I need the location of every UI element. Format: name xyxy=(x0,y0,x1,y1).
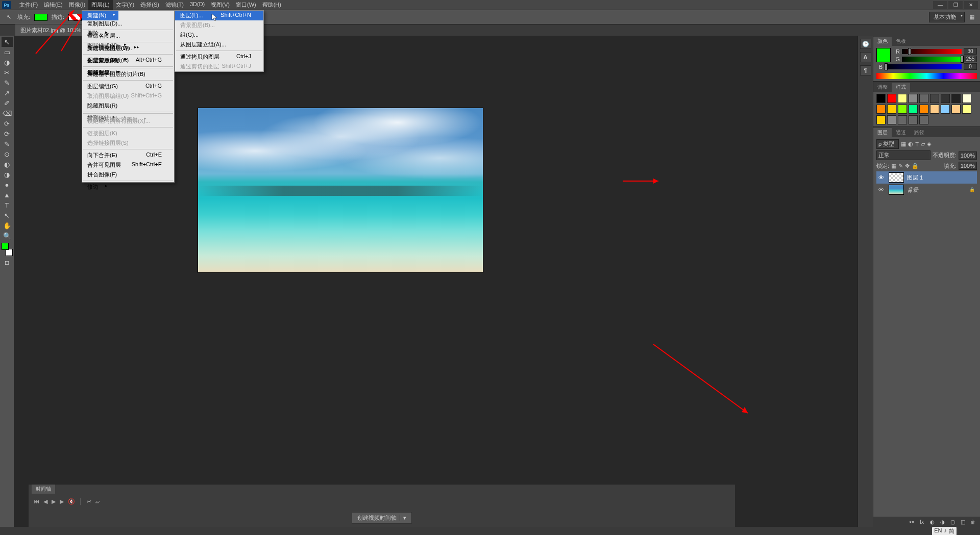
visibility-icon[interactable]: 👁 xyxy=(878,174,886,181)
style-swatch[interactable] xyxy=(919,115,928,124)
tool-17[interactable]: ↖ xyxy=(2,210,13,220)
tool-16[interactable]: T xyxy=(2,200,13,210)
menu-文件[interactable]: 文件(F) xyxy=(16,0,41,10)
menu-item[interactable]: 从图层建立组(A)... xyxy=(175,40,263,49)
timeline-first-icon[interactable]: ⏮ xyxy=(34,498,39,504)
menu-图层[interactable]: 图层(L) xyxy=(88,0,112,10)
swatches-tab[interactable]: 色板 xyxy=(892,37,910,46)
layer-name[interactable]: 背景 xyxy=(907,186,918,194)
tool-11[interactable]: ⊙ xyxy=(2,149,13,159)
foreground-color-swatch[interactable] xyxy=(876,48,891,62)
layer-row[interactable]: 👁图层 1 xyxy=(876,171,977,184)
menu-item[interactable]: 新建基于图层的切片(B) xyxy=(82,69,174,79)
layer-row[interactable]: 👁背景🔒 xyxy=(876,184,977,196)
tool-3[interactable]: ✂ xyxy=(2,67,13,78)
style-swatch[interactable] xyxy=(909,105,918,114)
menu-item[interactable]: 重命名图层... xyxy=(82,31,174,41)
adjustments-tab[interactable]: 调整 xyxy=(873,83,892,92)
style-swatch[interactable] xyxy=(930,94,939,103)
menu-item[interactable]: 图层编组(G)Ctrl+G xyxy=(82,82,174,91)
b-slider[interactable] xyxy=(885,64,962,69)
filter-kind-dropdown[interactable]: ρ 类型 xyxy=(876,139,899,149)
new-layer-icon[interactable]: ◫ xyxy=(959,518,967,525)
ime-indicator[interactable]: EN ♪ 简 xyxy=(932,527,957,536)
menu-item[interactable]: 合并可见图层Shift+Ctrl+E xyxy=(82,160,174,170)
lock-transparency-icon[interactable]: ▦ xyxy=(891,163,896,169)
layers-tab[interactable]: 图层 xyxy=(873,128,892,137)
fill-value[interactable]: 100% xyxy=(959,162,977,170)
tool-10[interactable]: ✎ xyxy=(2,139,13,149)
style-swatch[interactable] xyxy=(898,105,907,114)
style-swatch[interactable] xyxy=(919,105,928,114)
tool-preset-icon[interactable]: ↖ xyxy=(4,13,13,22)
style-swatch[interactable] xyxy=(951,105,961,114)
tool-18[interactable]: ✋ xyxy=(2,220,13,231)
color-tab[interactable]: 颜色 xyxy=(873,37,892,46)
menu-文字[interactable]: 文字(Y) xyxy=(113,0,138,10)
menu-item[interactable]: Copy CSS xyxy=(82,11,174,19)
minimize-button[interactable]: — xyxy=(933,1,947,9)
style-swatch[interactable] xyxy=(919,94,928,103)
chevron-down-icon[interactable]: ▾ xyxy=(400,515,406,521)
layer-name[interactable]: 图层 1 xyxy=(907,174,923,182)
visibility-icon[interactable]: 👁 xyxy=(878,187,886,193)
tool-19[interactable]: 🔍 xyxy=(2,231,13,241)
g-slider[interactable] xyxy=(902,57,962,62)
styles-tab[interactable]: 样式 xyxy=(892,83,910,92)
close-button[interactable]: ✕ xyxy=(964,1,978,9)
style-swatch[interactable] xyxy=(887,115,896,124)
g-value[interactable]: 255 xyxy=(964,56,977,62)
tool-0[interactable]: ↖ xyxy=(2,37,13,47)
tool-4[interactable]: ✎ xyxy=(2,78,13,88)
menu-item[interactable]: 向下合并(E)Ctrl+E xyxy=(82,150,174,160)
menu-item[interactable]: 隐藏图层(R) xyxy=(82,101,174,111)
tool-7[interactable]: ⌫ xyxy=(2,108,13,118)
opacity-value[interactable]: 100% xyxy=(959,151,977,160)
tool-12[interactable]: ◐ xyxy=(2,159,13,169)
link-layers-icon[interactable]: ⚯ xyxy=(908,518,916,525)
filter-pixel-icon[interactable]: ▦ xyxy=(901,141,906,147)
paths-tab[interactable]: 路径 xyxy=(910,128,928,137)
style-swatch[interactable] xyxy=(962,105,971,114)
blend-mode-dropdown[interactable]: 正常 xyxy=(876,150,930,160)
tool-9[interactable]: ⟳ xyxy=(2,129,13,139)
workspace-preset-dropdown[interactable]: 基本功能 xyxy=(929,12,965,22)
style-swatch[interactable] xyxy=(898,94,907,103)
menu-item[interactable]: 组(G)... xyxy=(175,30,263,40)
menu-3d[interactable]: 3D(D) xyxy=(187,0,208,10)
search-icon[interactable]: ▦ xyxy=(968,14,976,20)
style-swatch[interactable] xyxy=(876,94,886,103)
tool-14[interactable]: ● xyxy=(2,180,13,190)
menu-item[interactable]: 通过拷贝的图层Ctrl+J xyxy=(175,52,263,62)
r-value[interactable]: 30 xyxy=(964,48,977,55)
tool-15[interactable]: ▲ xyxy=(2,190,13,200)
style-swatch[interactable] xyxy=(887,94,896,103)
paragraph-panel-icon[interactable]: ¶ xyxy=(860,65,871,75)
fill-swatch[interactable] xyxy=(34,14,47,21)
menu-item[interactable]: 拼合图像(F) xyxy=(82,170,174,180)
menu-选择[interactable]: 选择(S) xyxy=(137,0,162,10)
b-value[interactable]: 0 xyxy=(964,63,977,70)
channels-tab[interactable]: 通道 xyxy=(892,128,910,137)
tool-8[interactable]: ⟳ xyxy=(2,118,13,129)
lock-all-icon[interactable]: 🔒 xyxy=(912,163,919,169)
style-swatch[interactable] xyxy=(876,115,886,124)
create-video-timeline-button[interactable]: 创建视频时间轴▾ xyxy=(352,512,412,524)
layer-group-icon[interactable]: ▢ xyxy=(948,518,957,525)
menu-视图[interactable]: 视图(V) xyxy=(208,0,233,10)
style-swatch[interactable] xyxy=(951,94,961,103)
menu-窗口[interactable]: 窗口(W) xyxy=(233,0,259,10)
filter-shape-icon[interactable]: ▱ xyxy=(921,141,925,147)
style-swatch[interactable] xyxy=(962,94,971,103)
menu-帮助[interactable]: 帮助(H) xyxy=(259,0,284,10)
adjustment-layer-icon[interactable]: ◑ xyxy=(938,518,946,525)
character-panel-icon[interactable]: A xyxy=(860,52,871,62)
timeline-cut-icon[interactable]: ✂ xyxy=(87,498,91,505)
layer-thumbnail[interactable] xyxy=(889,185,904,195)
timeline-transition-icon[interactable]: ▱ xyxy=(95,498,100,505)
timeline-play-icon[interactable]: ▶ xyxy=(52,498,56,505)
maximize-button[interactable]: ❐ xyxy=(948,1,963,9)
delete-layer-icon[interactable]: 🗑 xyxy=(969,518,977,525)
filter-smart-icon[interactable]: ◈ xyxy=(927,141,931,147)
style-swatch[interactable] xyxy=(930,105,939,114)
